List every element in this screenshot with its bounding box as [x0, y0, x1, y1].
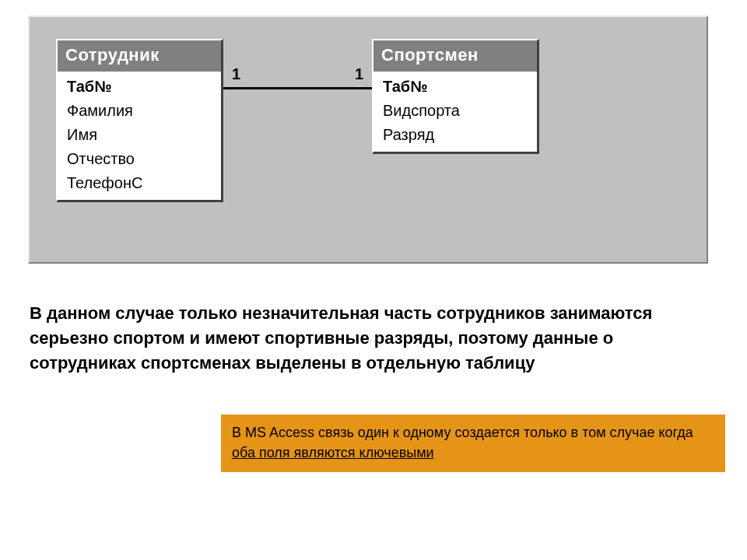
field: Фамилия	[58, 99, 221, 123]
table-employee-fields: Таб№ Фамилия Имя Отчество ТелефонС	[58, 72, 221, 200]
field: Видспорта	[374, 99, 537, 123]
table-athlete-fields: Таб№ Видспорта Разряд	[374, 72, 537, 152]
field-key: Таб№	[374, 75, 537, 99]
relationship-right-cardinality: 1	[355, 65, 363, 83]
field: Разряд	[374, 123, 537, 147]
table-athlete[interactable]: Спортсмен Таб№ Видспорта Разряд	[372, 39, 539, 154]
table-employee-title: Сотрудник	[58, 40, 221, 72]
field: Отчество	[58, 147, 221, 171]
table-athlete-title: Спортсмен	[374, 40, 537, 72]
relationship-diagram: 1 1 Сотрудник Таб№ Фамилия Имя Отчество …	[28, 16, 708, 264]
field: ТелефонС	[58, 171, 221, 195]
note-underlined: оба поля являются ключевыми	[232, 445, 434, 460]
relationship-line	[221, 87, 373, 89]
note-prefix: В MS Access связь один к одному создаетс…	[232, 425, 693, 440]
relationship-left-cardinality: 1	[232, 65, 240, 83]
table-employee[interactable]: Сотрудник Таб№ Фамилия Имя Отчество Теле…	[56, 39, 223, 202]
explanation-paragraph: В данном случае только незначительная ча…	[30, 301, 714, 376]
note-box: В MS Access связь один к одному создаетс…	[221, 415, 725, 472]
field: Имя	[58, 123, 221, 147]
field-key: Таб№	[58, 75, 221, 99]
